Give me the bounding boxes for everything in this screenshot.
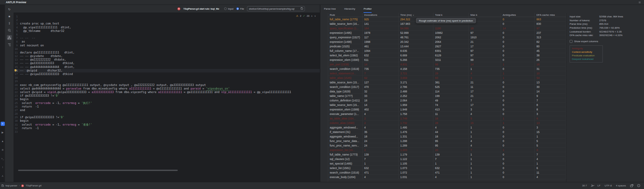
readonly-pen-icon[interactable]: ✎ (591, 184, 593, 187)
intention-bulb-icon[interactable] (14, 69, 16, 72)
code-line[interactable]: 27end (14, 109, 320, 112)
profiler-row[interactable]: table_name (1777)332.2521992109 (328, 94, 566, 98)
version-control-tool-icon[interactable]: Y (1, 174, 5, 178)
code-line[interactable]: 8 as (14, 40, 320, 43)
profiler-row[interactable]: select_list (1581)6321.073632106 (328, 166, 566, 170)
profiler-row[interactable]: data_type (1829)322.48811417014 (328, 89, 566, 94)
show-expert-columns-checkbox[interactable]: Show expert columns (570, 40, 644, 43)
search-icon[interactable] (7, 28, 12, 33)
profiler-row[interactable]: table_source_item (15...141.959741708 (328, 103, 566, 107)
code-line[interactable]: 1 (14, 15, 320, 18)
profiler-row[interactable]: aggregate_windowed...41.4954103 (328, 125, 566, 130)
code-line[interactable]: 26 return -1 (14, 105, 320, 109)
code-line[interactable]: 16—— @vipid dtchar32, (14, 69, 320, 72)
prev-issue-icon[interactable]: ∧ (311, 15, 313, 17)
profiler-row[interactable]: full_table_name (1773)1391.179139107 (328, 152, 566, 157)
breadcrumb-file[interactable]: TSqlParser.g4 (25, 184, 41, 187)
profiler-row[interactable]: func_proc_name_data...241.29895405 (328, 139, 566, 143)
line-separator[interactable]: LF (598, 184, 601, 187)
services-tool-icon[interactable]: ≋ (1, 148, 5, 152)
profiler-row[interactable]: aggregate_windowed...181.33118101 (328, 134, 566, 139)
file-encoding[interactable]: UTF-8 (605, 184, 612, 187)
window-options-icon[interactable] (639, 2, 641, 4)
profiler-row[interactable]: column_alias (1590)21.7322815113 (328, 121, 566, 125)
code-line[interactable]: 23if @a333333333333 !='0' (14, 94, 320, 98)
code-line[interactable]: 6 (14, 33, 320, 36)
profiler-row[interactable]: table_source_item (15...1273.17138121013 (328, 80, 566, 85)
code-line[interactable]: 19 (14, 80, 320, 83)
code-line[interactable]: 17—— —— @vipa333333333333 dtkind (14, 72, 320, 76)
code-line[interactable]: 9set nocount on (14, 44, 320, 47)
build-tool-icon[interactable]: ▲ (1, 139, 5, 143)
input-radio[interactable]: Input (224, 7, 233, 10)
code-line[interactable]: 18 (14, 76, 320, 80)
profiler-row[interactable]: query_specification (1...18454.086119018… (328, 26, 566, 31)
profiler-row[interactable]: expression (1498)199820.342206421082 (328, 40, 566, 44)
profiler-view-icon[interactable] (7, 35, 12, 40)
code-line[interactable]: 4 @p_vipa1111111111111 dtint, (14, 26, 320, 29)
stop-icon[interactable]: ■ (7, 14, 12, 19)
tab-parse-tree[interactable]: Parse tree (324, 5, 336, 13)
code-line[interactable]: 30begin (14, 119, 320, 123)
column-header[interactable]: Total k (433, 13, 469, 17)
code-line[interactable]: 2 (14, 18, 320, 22)
terminal-tool-icon[interactable]: >_ (1, 156, 5, 161)
code-line[interactable]: 7-- -- -- (14, 36, 320, 40)
profiler-row[interactable]: join_part (1538)144.8319814116 (328, 62, 566, 67)
profiler-row[interactable]: expression_elem (1590)6115.266321199026 (328, 58, 566, 62)
profiler-row[interactable]: sql_clauses (12)71.1227104 (328, 157, 566, 161)
profiler-row[interactable]: table_alias (1545)623.659933154 (328, 76, 566, 80)
file-radio[interactable]: File (236, 7, 244, 10)
profiler-row[interactable]: func_proc_name_serv...241.28995405 (328, 143, 566, 148)
lock-icon[interactable] (630, 184, 633, 187)
column-header[interactable]: Time (ms)∨ (399, 13, 433, 17)
tab-profiler[interactable]: Profiler (364, 5, 372, 13)
checkbox-icon[interactable] (570, 40, 573, 43)
profiler-row[interactable]: search_condition (1519)7354.1587351031 (328, 67, 566, 71)
code-line[interactable]: 21select @a444444444444444 = paravalue f… (14, 87, 320, 90)
next-issue-icon[interactable]: ∨ (314, 15, 316, 17)
caret-position[interactable]: 30:7 (582, 184, 587, 187)
tab-hierarchy[interactable]: Hierarchy (344, 5, 355, 13)
profiler-row[interactable]: expression_list (16...21.20320718 (328, 148, 566, 152)
code-line[interactable]: 31 select errorcode = -1, errormsg = '准备… (14, 123, 320, 127)
breadcrumb-project[interactable]: tsql-parser (5, 184, 17, 187)
column-header[interactable]: Max k (469, 13, 501, 17)
inspections-widget[interactable]: ⚠ 2 ✓ 23 ∧ ∨ (296, 14, 316, 17)
code-line[interactable]: 24begin (14, 98, 320, 101)
column-header[interactable]: Ambiguities (501, 13, 535, 17)
profiler-row[interactable]: column_definition (1421)182.06449707 (328, 98, 566, 103)
antlr-preview-tool-icon[interactable]: ≡ (1, 122, 5, 126)
indent-setting[interactable]: 4 spaces (616, 184, 626, 187)
code-line[interactable]: 22select @vipid = vipid,@vipa33333333333… (14, 90, 320, 94)
notifications-icon[interactable]: ! (637, 184, 640, 187)
code-editor[interactable]: 123create proc up_com_test4 @p_vipa11111… (14, 13, 320, 180)
profiler-row[interactable]: expression_elem (1589)4021.948413308 (328, 107, 566, 112)
code-line[interactable]: 3create proc up_com_test (14, 22, 320, 25)
structure-view-icon[interactable] (7, 42, 12, 47)
profiler-row[interactable]: set_special (1485)11.1051101 (328, 161, 566, 166)
code-line[interactable]: 13—— —— @a2222222222 dtdate, (14, 58, 320, 61)
profiler-row[interactable]: search_condition (1517)4702.78652511030 (328, 85, 566, 89)
export-icon[interactable]: ↧ (7, 21, 12, 26)
column-header[interactable]: DFA cache miss (535, 13, 566, 17)
profiler-row[interactable]: predicate (1525)46113.444292717080 (328, 44, 566, 49)
code-line[interactable]: 11declare @a1111111111111 dtint, (14, 51, 320, 54)
code-line[interactable]: 10 (14, 47, 320, 51)
code-line[interactable]: 28 (14, 112, 320, 116)
problems-tool-icon[interactable]: ! (1, 165, 5, 169)
run-tool-icon[interactable]: ▶ (1, 130, 5, 135)
profiler-row[interactable]: as_table_alias (154...21.74816516 (328, 116, 566, 121)
profiler-row[interactable]: expression (1495)197852.99910982970237 (328, 31, 566, 35)
horizontal-scrollbar[interactable] (18, 170, 178, 171)
column-header[interactable]: Rule (328, 13, 363, 17)
profiler-row[interactable]: if_statement (31)351.476441015 (328, 130, 566, 134)
code-line[interactable]: 33 (14, 130, 320, 134)
profiler-row[interactable]: query_expression (1527)11748.76120621910… (328, 35, 566, 40)
file-path-value[interactable]: ebelice/Github/tsql-parser/examples/big.… (249, 7, 299, 10)
profiler-row[interactable]: execute_parameter (1...41.75811403 (328, 112, 566, 116)
profiler-row[interactable]: search_condition (1516)4711.0724711011 (328, 170, 566, 175)
code-line[interactable]: 25 select errorcode = -1, errormsg = '执行… (14, 101, 320, 105)
file-path-field[interactable]: ebelice/Github/tsql-parser/examples/big.… (247, 6, 305, 11)
profiler-row[interactable]: execute_body (1204)41.0314104 (328, 175, 566, 179)
